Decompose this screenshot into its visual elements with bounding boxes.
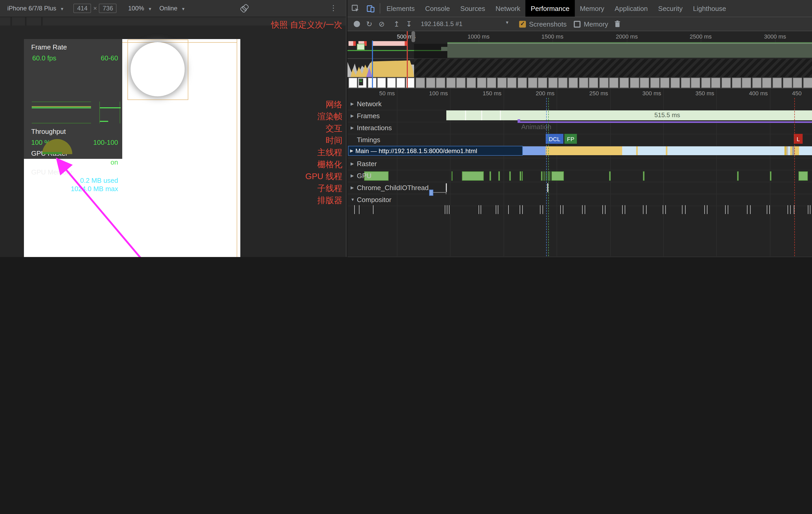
garbage-collect-icon[interactable] bbox=[614, 20, 620, 28]
filmstrip-thumbnail-dimmed[interactable] bbox=[630, 78, 639, 88]
filmstrip-thumbnail-dimmed[interactable] bbox=[528, 78, 537, 88]
screenshots-checkbox[interactable] bbox=[519, 21, 526, 27]
filmstrip-thumbnail-dimmed[interactable] bbox=[487, 78, 496, 88]
disclosure-triangle-icon[interactable]: ▼ bbox=[351, 197, 357, 202]
flame-segment[interactable] bbox=[622, 146, 636, 155]
filmstrip-thumbnail-dimmed[interactable] bbox=[569, 78, 578, 88]
filmstrip-thumbnail[interactable] bbox=[396, 78, 405, 88]
track-label-frames[interactable]: ▶Frames bbox=[351, 110, 380, 122]
filmstrip-thumbnail-dimmed[interactable] bbox=[722, 78, 731, 88]
flame-segment[interactable] bbox=[667, 146, 784, 155]
track-label-raster[interactable]: ▶Raster bbox=[351, 158, 377, 170]
gpu-activity-block[interactable] bbox=[498, 171, 500, 181]
filmstrip-thumbnail-dimmed[interactable] bbox=[508, 78, 517, 88]
gpu-activity-block[interactable] bbox=[522, 171, 523, 181]
filmstrip-thumbnail-dimmed[interactable] bbox=[457, 78, 466, 88]
tab-lighthouse[interactable]: Lighthouse bbox=[688, 0, 731, 17]
gpu-activity-block[interactable] bbox=[452, 171, 453, 181]
viewport-height-input[interactable]: 736 bbox=[99, 4, 117, 13]
filmstrip-thumbnail-dimmed[interactable] bbox=[589, 78, 598, 88]
gpu-activity-block[interactable] bbox=[770, 171, 772, 181]
toggle-device-toolbar-icon[interactable] bbox=[363, 0, 379, 17]
track-label-interactions[interactable]: ▶Interactions bbox=[351, 122, 392, 134]
track-label-network[interactable]: ▶Network bbox=[351, 98, 381, 110]
main-thread-selected-label[interactable]: ▶ Main — http://192.168.1.5:8000/demo1.h… bbox=[348, 146, 523, 156]
filmstrip-thumbnail-dimmed[interactable] bbox=[640, 78, 649, 88]
filmstrip-thumbnail-dimmed[interactable] bbox=[497, 78, 506, 88]
throttle-select[interactable]: Online ▼ bbox=[160, 5, 185, 12]
disclosure-triangle-icon[interactable]: ▶ bbox=[351, 161, 357, 166]
timing-badge-l[interactable]: L bbox=[794, 134, 803, 144]
rotate-device-icon[interactable] bbox=[240, 4, 249, 12]
tab-elements[interactable]: Elements bbox=[381, 0, 420, 17]
disclosure-triangle-icon[interactable]: ▶ bbox=[351, 173, 357, 178]
filmstrip-thumbnail-dimmed[interactable] bbox=[691, 78, 700, 88]
filmstrip-thumbnail-dimmed[interactable] bbox=[680, 78, 690, 88]
network-request-bar[interactable] bbox=[429, 190, 433, 196]
flame-segment[interactable] bbox=[549, 146, 622, 155]
reload-and-record-icon[interactable]: ↻ bbox=[366, 20, 372, 28]
gpu-activity-block[interactable] bbox=[551, 171, 564, 181]
flame-segment[interactable] bbox=[794, 146, 799, 155]
flame-segment[interactable] bbox=[790, 146, 792, 155]
flame-segment[interactable] bbox=[788, 146, 790, 155]
track-label-timings[interactable]: Timings bbox=[351, 134, 380, 146]
filmstrip-thumbnail-dimmed[interactable] bbox=[783, 78, 792, 88]
filmstrip-thumbnail-dimmed[interactable] bbox=[609, 78, 619, 88]
filmstrip-thumbnail[interactable] bbox=[387, 78, 396, 88]
disclosure-triangle-icon[interactable]: ▶ bbox=[351, 126, 357, 130]
filmstrip-thumbnail-dimmed[interactable] bbox=[732, 78, 741, 88]
history-select[interactable]: 192.168.1.5 #1 ▼ bbox=[421, 20, 509, 28]
flame-segment[interactable] bbox=[638, 146, 666, 155]
overview-window-handle[interactable] bbox=[411, 31, 415, 42]
save-profile-icon[interactable]: ↧ bbox=[406, 20, 412, 28]
filmstrip-thumbnail-dimmed[interactable] bbox=[548, 78, 558, 88]
track-label-gpu[interactable]: ▶GPU bbox=[351, 170, 371, 182]
track-label-chrome-childiothread[interactable]: ▶Chrome_ChildIOThread bbox=[351, 182, 429, 194]
filmstrip-thumbnail-dimmed[interactable] bbox=[518, 78, 527, 88]
more-options-icon[interactable]: ⋮ bbox=[330, 4, 337, 12]
filmstrip-thumbnail-dimmed[interactable] bbox=[701, 78, 710, 88]
device-select[interactable]: iPhone 6/7/8 Plus ▼ bbox=[7, 5, 64, 12]
clear-icon[interactable]: ⊘ bbox=[378, 20, 384, 28]
gpu-activity-block[interactable] bbox=[490, 171, 491, 181]
gpu-activity-block[interactable] bbox=[541, 171, 543, 181]
filmstrip-thumbnail-dimmed[interactable] bbox=[793, 78, 802, 88]
filmstrip-thumbnail-dimmed[interactable] bbox=[436, 78, 445, 88]
filmstrip-thumbnail-dimmed[interactable] bbox=[619, 78, 629, 88]
filmstrip-thumbnail-dimmed[interactable] bbox=[762, 78, 772, 88]
filmstrip-thumbnail-dimmed[interactable] bbox=[426, 78, 435, 88]
memory-checkbox[interactable] bbox=[574, 21, 581, 27]
filmstrip-thumbnail-dimmed[interactable] bbox=[477, 78, 486, 88]
tab-memory[interactable]: Memory bbox=[575, 0, 609, 17]
interactions-animation-bar[interactable] bbox=[518, 121, 812, 123]
frames-track-bar[interactable]: 515.5 ms bbox=[446, 110, 812, 120]
filmstrip-thumbnail-dimmed[interactable] bbox=[446, 78, 456, 88]
inspect-cursor-icon[interactable] bbox=[347, 0, 363, 17]
viewport-width-input[interactable]: 414 bbox=[74, 4, 91, 13]
tab-sources[interactable]: Sources bbox=[455, 0, 490, 17]
tab-network[interactable]: Network bbox=[490, 0, 525, 17]
timeline-overview[interactable]: 500 ms1000 ms1500 ms2000 ms2500 ms3000 m… bbox=[347, 31, 812, 88]
filmstrip-thumbnail-dimmed[interactable] bbox=[558, 78, 568, 88]
gpu-activity-block[interactable] bbox=[544, 171, 545, 181]
disclosure-triangle-icon[interactable]: ▶ bbox=[350, 148, 353, 153]
filmstrip-thumbnail-dimmed[interactable] bbox=[599, 78, 609, 88]
filmstrip-thumbnail[interactable] bbox=[349, 78, 357, 88]
tab-application[interactable]: Application bbox=[609, 0, 653, 17]
gpu-activity-block[interactable] bbox=[643, 171, 644, 181]
filmstrip-thumbnail-dimmed[interactable] bbox=[650, 78, 660, 88]
filmstrip-thumbnail[interactable] bbox=[377, 78, 386, 88]
filmstrip-thumbnail-dimmed[interactable] bbox=[579, 78, 588, 88]
tab-performance[interactable]: Performance bbox=[526, 0, 575, 17]
filmstrip-thumbnail[interactable] bbox=[358, 78, 367, 88]
gpu-activity-block[interactable] bbox=[549, 171, 550, 181]
gpu-activity-block[interactable] bbox=[462, 171, 484, 181]
filmstrip-thumbnail-dimmed[interactable] bbox=[467, 78, 476, 88]
tab-console[interactable]: Console bbox=[420, 0, 455, 17]
tab-security[interactable]: Security bbox=[653, 0, 688, 17]
gpu-activity-block[interactable] bbox=[737, 171, 738, 181]
flame-segment[interactable] bbox=[784, 146, 786, 155]
load-profile-icon[interactable]: ↥ bbox=[394, 20, 400, 28]
filmstrip[interactable] bbox=[347, 77, 812, 88]
